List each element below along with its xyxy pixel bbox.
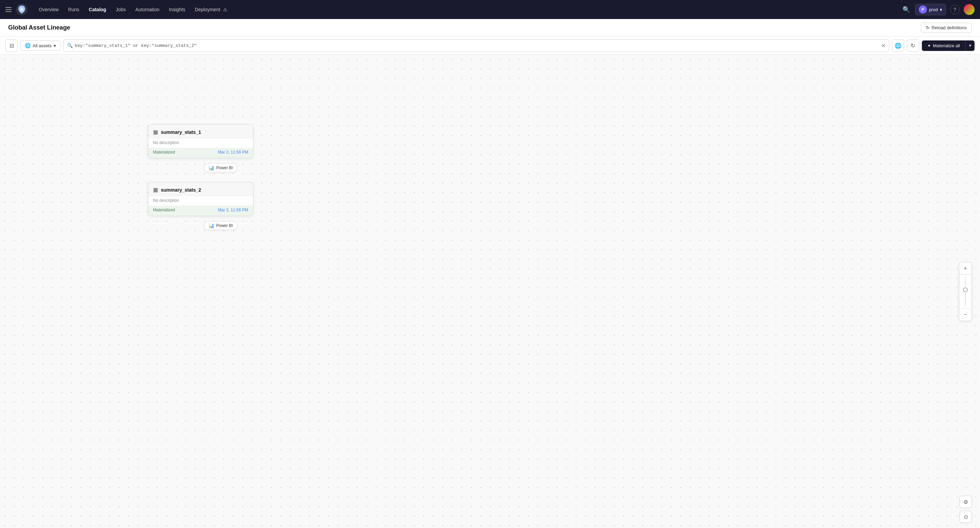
reload-icon: ↻ (926, 25, 930, 30)
all-assets-filter-button[interactable]: 🌐 All assets ▾ (21, 40, 60, 51)
search-icon[interactable]: 🔍 (902, 5, 911, 14)
prod-dropdown[interactable]: P prod ▾ (915, 4, 946, 15)
deployment-warning-icon: ⚠ (223, 7, 228, 12)
materialize-group: ✦ Materialize all ▾ (922, 40, 975, 51)
app-logo[interactable] (16, 3, 28, 16)
materialized-date: Mar 2, 11:56 PM (218, 150, 248, 155)
page-title: Global Asset Lineage (8, 24, 70, 31)
nav-right: 🔍 P prod ▾ ? (902, 4, 975, 15)
help-icon[interactable]: ? (950, 5, 959, 14)
user-avatar[interactable] (964, 4, 975, 15)
settings-button[interactable]: ⚙ (959, 496, 972, 508)
hamburger-menu[interactable] (5, 7, 11, 12)
nav-jobs[interactable]: Jobs (111, 5, 130, 14)
card-footer: Materialized Mar 2, 11:56 PM (148, 206, 253, 216)
toolbar: ⊟ 🌐 All assets ▾ 🔍 ✕ 🌐 ↻ ✦ Materialize a… (0, 37, 980, 55)
zoom-out-button[interactable]: − (959, 309, 972, 321)
reload-definitions-button[interactable]: ↻ Reload definitions (921, 23, 972, 33)
card-header: ▦ summary_stats_1 (148, 125, 253, 138)
search-icon: 🔍 (67, 43, 73, 48)
chevron-down-icon: ▾ (940, 7, 942, 12)
svg-point-1 (21, 8, 23, 11)
settings-icon: ⚙ (963, 499, 968, 505)
materialize-all-button[interactable]: ✦ Materialize all (922, 40, 966, 51)
zoom-slider[interactable] (959, 274, 972, 309)
powerbi-badge-2[interactable]: 📊 Power BI (204, 221, 237, 230)
asset-card-summary-stats-1[interactable]: ▦ summary_stats_1 No description Materia… (148, 124, 253, 159)
card-header: ▦ summary_stats_2 (148, 182, 253, 196)
materialized-status: Materialized (153, 150, 175, 155)
search-input[interactable] (75, 43, 881, 48)
materialize-label: Materialize all (933, 43, 960, 48)
table-icon: ▦ (153, 187, 158, 193)
nav-insights[interactable]: Insights (165, 5, 189, 14)
card-title: summary_stats_2 (161, 187, 201, 193)
sidebar-toggle-button[interactable]: ⊟ (5, 40, 18, 52)
prod-initial: P (919, 5, 927, 14)
card-title: summary_stats_1 (161, 130, 201, 135)
clear-search-button[interactable]: ✕ (881, 43, 886, 49)
card-description: No description (148, 138, 253, 148)
powerbi-icon: 📊 (208, 165, 214, 171)
panel-toggle-icon: ⊟ (10, 43, 14, 49)
globe-view-button[interactable]: 🌐 (892, 40, 904, 52)
navbar: Overview Runs Catalog Jobs Automation In… (0, 0, 980, 19)
zoom-in-button[interactable]: + (959, 262, 972, 274)
all-assets-label: All assets (33, 43, 52, 48)
nav-deployment[interactable]: Deployment ⚠ (191, 5, 232, 14)
chevron-down-icon: ▾ (54, 43, 56, 48)
nav-links: Overview Runs Catalog Jobs Automation In… (35, 5, 899, 14)
materialize-icon: ✦ (927, 43, 931, 48)
powerbi-badge-1[interactable]: 📊 Power BI (204, 163, 237, 172)
page-header: Global Asset Lineage ↻ Reload definition… (0, 19, 980, 37)
card-description: No description (148, 196, 253, 206)
zoom-track-bottom (965, 293, 966, 306)
prod-label: prod (929, 7, 938, 12)
search-bar: 🔍 ✕ (63, 40, 889, 52)
lineage-canvas: ▦ summary_stats_1 No description Materia… (0, 55, 980, 528)
materialized-status: Materialized (153, 208, 175, 212)
zoom-track-top (965, 277, 966, 287)
nav-overview[interactable]: Overview (35, 5, 62, 14)
refresh-icon: ↻ (911, 43, 915, 49)
reload-label: Reload definitions (932, 25, 967, 30)
card-footer: Materialized Mar 2, 11:56 PM (148, 148, 253, 158)
nav-runs[interactable]: Runs (64, 5, 83, 14)
zoom-controls: + − (959, 262, 972, 321)
table-icon: ▦ (153, 129, 158, 135)
materialize-dropdown-button[interactable]: ▾ (966, 40, 975, 51)
globe-icon: 🌐 (895, 43, 902, 49)
target-icon: ⊙ (964, 514, 968, 520)
powerbi-icon: 📊 (208, 223, 214, 228)
target-button[interactable]: ⊙ (959, 511, 972, 523)
zoom-thumb (963, 287, 968, 292)
asset-card-summary-stats-2[interactable]: ▦ summary_stats_2 No description Materia… (148, 182, 253, 216)
materialized-date: Mar 2, 11:56 PM (218, 208, 248, 212)
nav-catalog[interactable]: Catalog (85, 5, 110, 14)
powerbi-label: Power BI (216, 165, 233, 170)
refresh-button[interactable]: ↻ (907, 40, 919, 52)
globe-icon: 🌐 (25, 43, 30, 48)
nav-automation[interactable]: Automation (131, 5, 164, 14)
powerbi-label: Power BI (216, 223, 233, 228)
bottom-controls: ⚙ ⊙ (959, 496, 972, 523)
